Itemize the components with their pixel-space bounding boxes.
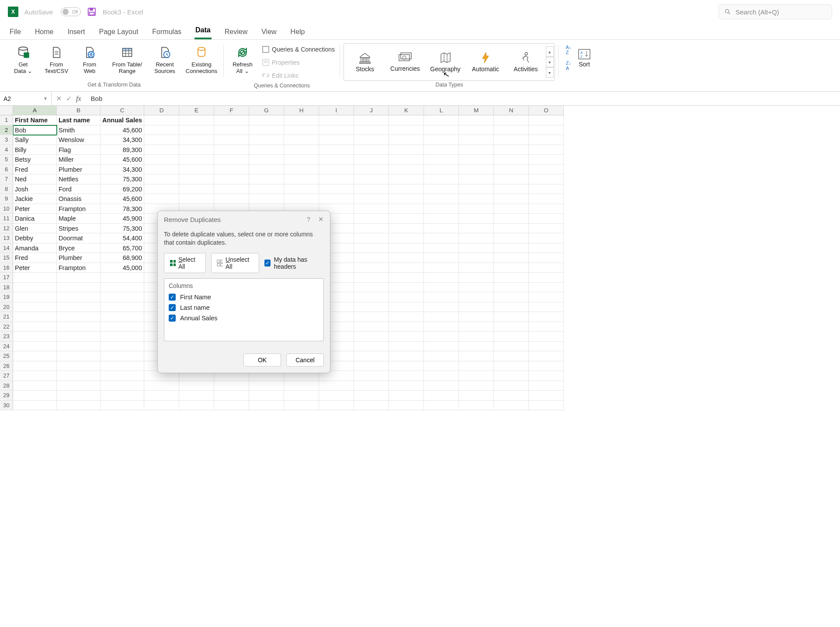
cell[interactable] [424, 391, 459, 401]
cell[interactable] [459, 204, 494, 214]
cell[interactable] [249, 165, 284, 175]
from-table-button[interactable]: From Table/ Range [108, 43, 147, 76]
row-header[interactable]: 24 [0, 342, 13, 352]
cell[interactable]: Sally [13, 135, 57, 145]
row-header[interactable]: 25 [0, 351, 13, 361]
cell[interactable] [529, 204, 564, 214]
row-header[interactable]: 2 [0, 125, 13, 135]
cell[interactable] [424, 342, 459, 352]
cell[interactable] [101, 283, 144, 293]
cell[interactable] [284, 155, 319, 165]
cell[interactable]: Ned [13, 174, 57, 184]
cell[interactable] [144, 194, 179, 204]
cell[interactable] [494, 135, 529, 145]
cell[interactable]: 54,400 [101, 233, 144, 243]
cell[interactable] [389, 145, 424, 155]
cell[interactable] [249, 194, 284, 204]
row-header[interactable]: 12 [0, 224, 13, 234]
cell[interactable] [354, 214, 389, 224]
cell[interactable] [494, 125, 529, 135]
cell[interactable] [354, 401, 389, 411]
cell[interactable] [319, 174, 354, 184]
cell[interactable] [424, 361, 459, 371]
cell[interactable] [214, 391, 249, 401]
cell[interactable] [101, 332, 144, 342]
cell[interactable]: Doormat [57, 233, 101, 243]
cell[interactable] [179, 115, 214, 125]
fx-icon[interactable]: fx [76, 95, 81, 103]
cell[interactable] [249, 381, 284, 391]
cell[interactable] [57, 342, 101, 352]
cell[interactable] [424, 312, 459, 322]
cell[interactable] [424, 214, 459, 224]
cell[interactable] [459, 125, 494, 135]
cell[interactable] [144, 401, 179, 411]
cell[interactable] [144, 115, 179, 125]
cell[interactable]: 69,200 [101, 184, 144, 194]
cell[interactable] [459, 332, 494, 342]
cell[interactable] [57, 302, 101, 312]
cell[interactable] [424, 351, 459, 361]
cell[interactable] [459, 253, 494, 263]
column-header-L[interactable]: L [424, 106, 459, 115]
cell[interactable]: 45,600 [101, 155, 144, 165]
cell[interactable] [459, 135, 494, 145]
cell[interactable] [494, 184, 529, 194]
cell[interactable] [494, 381, 529, 391]
cell[interactable] [529, 115, 564, 125]
cell[interactable] [529, 135, 564, 145]
cell[interactable] [101, 381, 144, 391]
cell[interactable]: Stripes [57, 224, 101, 234]
cell[interactable] [57, 371, 101, 381]
column-header-I[interactable]: I [319, 106, 354, 115]
column-checkbox-last-name[interactable]: ✓Last name [169, 302, 319, 313]
cell[interactable] [284, 165, 319, 175]
column-header-K[interactable]: K [389, 106, 424, 115]
cell[interactable] [389, 155, 424, 165]
cell[interactable] [179, 174, 214, 184]
cell[interactable]: 45,600 [101, 125, 144, 135]
cell[interactable] [319, 165, 354, 175]
save-icon[interactable] [87, 7, 97, 17]
cell[interactable] [284, 401, 319, 411]
search-input[interactable]: Search (Alt+Q) [719, 4, 832, 19]
cell[interactable] [529, 371, 564, 381]
cell[interactable]: Fred [13, 253, 57, 263]
cell[interactable] [13, 361, 57, 371]
cell[interactable] [424, 125, 459, 135]
cell[interactable] [354, 302, 389, 312]
cell[interactable] [494, 361, 529, 371]
cell[interactable] [529, 165, 564, 175]
column-header-E[interactable]: E [179, 106, 214, 115]
cell[interactable] [494, 391, 529, 401]
cell[interactable] [179, 165, 214, 175]
cell[interactable] [424, 224, 459, 234]
cell[interactable] [389, 115, 424, 125]
cell[interactable] [494, 351, 529, 361]
cell[interactable]: 75,300 [101, 174, 144, 184]
cell[interactable] [354, 184, 389, 194]
cell[interactable] [494, 283, 529, 293]
from-web-button[interactable]: From Web [74, 43, 105, 76]
cell[interactable] [284, 194, 319, 204]
cell[interactable] [101, 302, 144, 312]
cell[interactable] [354, 371, 389, 381]
cell[interactable] [57, 381, 101, 391]
cell[interactable] [424, 253, 459, 263]
cell[interactable] [354, 155, 389, 165]
cancel-formula-icon[interactable]: ✕ [56, 94, 62, 103]
cell[interactable] [494, 253, 529, 263]
cell[interactable] [459, 401, 494, 411]
cell[interactable] [354, 332, 389, 342]
cell[interactable] [319, 184, 354, 194]
cell[interactable] [424, 381, 459, 391]
row-header[interactable]: 4 [0, 145, 13, 155]
cell[interactable] [529, 125, 564, 135]
cell[interactable] [214, 135, 249, 145]
geography-type[interactable]: Geography [425, 52, 465, 73]
row-header[interactable]: 7 [0, 174, 13, 184]
cell[interactable] [354, 292, 389, 302]
cell[interactable] [179, 401, 214, 411]
cell[interactable] [424, 204, 459, 214]
gallery-up-button[interactable]: ▴ [546, 46, 554, 57]
